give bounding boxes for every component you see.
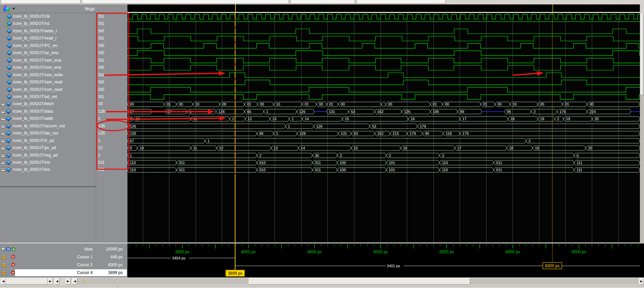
wave-group-icon[interactable] xyxy=(3,5,11,12)
svg-text:1: 1 xyxy=(189,110,191,114)
delete-cursor-icon[interactable] xyxy=(11,262,15,267)
cursor-row[interactable]: Cursor 1445 ps xyxy=(0,254,127,260)
waveform-canvas[interactable]: 0001001000010010010001000001000100100001… xyxy=(127,13,640,242)
signal-row[interactable]: /core_tb_00/DUT/ram_writeSt1 xyxy=(0,71,127,79)
timeline-ruler[interactable]: 3500 ps4000 ps4500 ps5000 ps5500 ps6000 … xyxy=(127,243,644,277)
signal-row[interactable]: /core_tb_00/DUT/rom_readSt0 xyxy=(0,86,127,93)
signal-value: St0 xyxy=(98,65,104,70)
toolbar-field[interactable] xyxy=(1,0,80,4)
signal-row[interactable]: /core_tb_00/DUT/write_rSt0 xyxy=(0,28,127,35)
lock-icon[interactable] xyxy=(1,262,6,267)
svg-text:20: 20 xyxy=(588,146,592,150)
cursor-line[interactable] xyxy=(552,4,553,12)
cursor-row[interactable]: Cursor 26300 ps xyxy=(0,261,127,268)
ruler-tick-label: 6500 ps xyxy=(572,250,586,254)
svg-text:16: 16 xyxy=(411,117,415,121)
delete-cursor-icon[interactable] xyxy=(11,270,15,275)
scrollbar-thumb[interactable] xyxy=(6,278,48,285)
cursor-delta-label: 3454 ps xyxy=(172,256,186,260)
signal-row[interactable]: /core_tb_00/DUT/ad_selSt1 xyxy=(0,93,127,100)
svg-text:2: 2 xyxy=(534,110,536,114)
scroll-left-button[interactable]: ◀ xyxy=(72,278,77,285)
expand-plus-icon[interactable]: + xyxy=(1,117,5,121)
wave-hscroll-thumb[interactable] xyxy=(249,278,470,285)
scroll-cursor-mark xyxy=(84,279,85,284)
svg-text:30: 30 xyxy=(315,154,319,158)
svg-text:99: 99 xyxy=(507,110,511,114)
scroll-right-button[interactable]: ▶ xyxy=(65,278,71,285)
signal-row[interactable]: +/core_tb_00/DUT/ir_ad1 xyxy=(0,137,127,144)
signal-row[interactable]: /core_tb_00/DUT/clkSt1 xyxy=(0,13,127,20)
signal-row[interactable]: +/core_tb_00/DUT/accum_out126 xyxy=(0,123,127,130)
signal-row[interactable]: /core_tb_00/DUT/ram_readSt0 xyxy=(0,79,127,86)
wrench-icon[interactable] xyxy=(6,255,11,259)
scroll-right-button[interactable]: ▶ xyxy=(639,278,644,285)
expand-plus-icon[interactable]: + xyxy=(1,131,5,135)
grid-icon[interactable] xyxy=(6,247,11,251)
expand-plus-icon[interactable]: + xyxy=(1,161,5,164)
svg-text:10: 10 xyxy=(195,102,199,106)
ruler-tick-label: 3500 ps xyxy=(175,250,190,254)
toolbar-field[interactable] xyxy=(290,0,355,4)
expand-plus-icon[interactable]: + xyxy=(1,168,5,172)
svg-text:126: 126 xyxy=(300,131,306,135)
svg-text:110: 110 xyxy=(130,168,136,172)
lock-icon[interactable] xyxy=(1,255,6,259)
signal-row[interactable]: /core_tb_00/DUT/ac_enaSt0 xyxy=(0,49,127,57)
signal-row[interactable]: /core_tb_00/DUT/rstSt1 xyxy=(0,20,127,27)
signal-row[interactable]: +/core_tb_00/DUT/pc_ad12 xyxy=(0,144,127,151)
svg-text:195: 195 xyxy=(433,110,439,114)
signal-diamond-icon xyxy=(6,167,11,173)
expand-plus-icon[interactable]: + xyxy=(1,124,5,128)
wrench-icon[interactable] xyxy=(6,262,11,267)
signal-row[interactable]: +/core_tb_00/DUT/fetch00 xyxy=(0,100,127,108)
signal-row[interactable]: /core_tb_00/DUT/rom_enaSt0 xyxy=(0,64,127,71)
signal-row[interactable]: /core_tb_00/DUT/ram_enaSt1 xyxy=(0,57,127,64)
wave-header-strip xyxy=(127,4,640,13)
add-cursor-icon[interactable] xyxy=(11,247,16,251)
svg-text:97: 97 xyxy=(167,110,171,114)
signal-diamond-icon xyxy=(7,29,12,34)
signal-value: St0 xyxy=(98,43,104,48)
svg-text:18: 18 xyxy=(510,117,515,121)
svg-text:3: 3 xyxy=(340,154,342,158)
toolbar-field[interactable] xyxy=(356,0,446,4)
expand-plus-icon[interactable]: + xyxy=(1,139,5,143)
cursor-line[interactable] xyxy=(235,4,236,12)
now-row[interactable]: Now10000 ps xyxy=(0,246,127,253)
expand-plus-icon[interactable]: + xyxy=(1,110,5,113)
signal-row[interactable]: +/core_tb_00/DUT/alu_out126 xyxy=(0,130,127,137)
signal-diamond-icon xyxy=(6,116,11,122)
lock-icon[interactable] xyxy=(1,270,6,275)
svg-text:00: 00 xyxy=(388,102,392,106)
cursor-row[interactable]: Cursor 43899 ps xyxy=(0,269,127,276)
signal-row[interactable]: /core_tb_00/DUT/PC_enSt0 xyxy=(0,42,127,49)
expand-plus-icon[interactable]: + xyxy=(1,102,5,106)
svg-text:00: 00 xyxy=(222,102,226,106)
signal-row[interactable]: +/core_tb_00/DUT/addr1 xyxy=(0,115,127,122)
signal-name-panel[interactable]: /core_tb_00/DUT/clkSt1/core_tb_00/DUT/rs… xyxy=(0,13,127,242)
chevron-down-icon[interactable] xyxy=(12,8,15,10)
toolbar-field[interactable] xyxy=(82,0,289,4)
signal-name: /core_tb_00/DUT/ac_ena xyxy=(13,50,58,55)
column-divider[interactable] xyxy=(96,13,96,242)
tree-mode-icon[interactable] xyxy=(2,247,6,251)
delete-cursor-icon[interactable] xyxy=(11,255,15,259)
signal-row[interactable]: +/core_tb_00/DUT/ins011 xyxy=(0,159,127,166)
wave-vertical-scrollbar[interactable] xyxy=(640,13,644,242)
svg-text:00: 00 xyxy=(179,102,183,106)
scrollbar-thumb[interactable] xyxy=(640,13,644,95)
expand-plus-icon[interactable]: + xyxy=(1,154,5,157)
svg-text:6300 ps: 6300 ps xyxy=(545,263,560,268)
svg-text:13: 13 xyxy=(272,117,276,121)
scroll-right-button[interactable]: ▶ xyxy=(48,278,53,285)
scroll-left-button[interactable]: ◀ xyxy=(1,278,6,285)
signal-row[interactable]: +/core_tb_00/DUT/data126 xyxy=(0,108,127,115)
wrench-icon[interactable] xyxy=(6,270,11,275)
svg-text:010: 010 xyxy=(259,161,265,165)
scroll-left-button[interactable]: ◀ xyxy=(55,278,60,285)
signal-row[interactable]: +/core_tb_00/DUT/reg_ad1 xyxy=(0,152,127,159)
expand-plus-icon[interactable]: + xyxy=(1,146,5,150)
signal-row[interactable]: +/core_tb_00/DUT/ins011 xyxy=(0,166,127,173)
signal-row[interactable]: /core_tb_00/DUT/read_rSt1 xyxy=(0,35,127,42)
